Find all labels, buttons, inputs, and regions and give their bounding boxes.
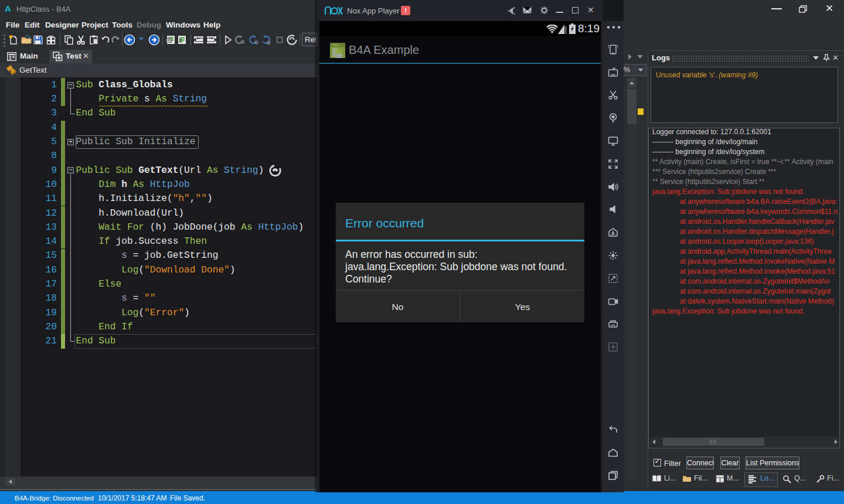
svg-text:2: 2 (179, 38, 182, 43)
svg-text:android: android (332, 44, 339, 46)
svg-text:APK: APK (611, 233, 616, 236)
